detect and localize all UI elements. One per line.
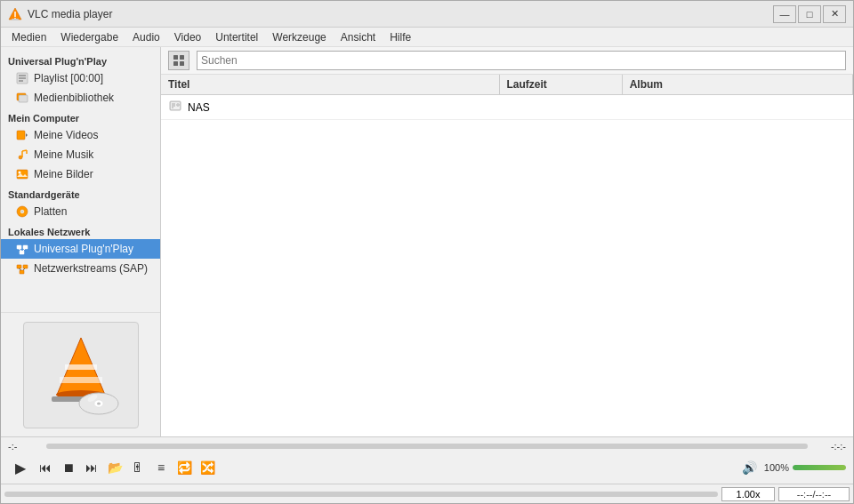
medienbibliothek-label: Medienbibliothek — [34, 92, 114, 104]
menu-untertitel[interactable]: Untertitel — [208, 29, 265, 45]
sidebar-item-musik[interactable]: Meine Musik — [1, 145, 160, 164]
stop-button[interactable]: ⏹ — [58, 457, 79, 478]
section-netzwerk-label: Lokales Netzwerk — [1, 221, 160, 239]
disc-icon — [15, 204, 29, 219]
extended-button[interactable]: 🎚 — [127, 457, 149, 478]
music-icon — [15, 148, 29, 162]
window-title: VLC media player — [28, 8, 773, 20]
random-button[interactable]: 🔀 — [197, 457, 218, 478]
netzwerkstreams-label: Netzwerkstreams (SAP) — [34, 262, 148, 275]
status-progress-bar[interactable] — [4, 492, 718, 497]
speed-display[interactable]: 1.00x — [721, 487, 775, 501]
sidebar-item-bilder[interactable]: Meine Bilder — [1, 164, 160, 184]
menubar: Medien Wiedergabe Audio Video Untertitel… — [1, 28, 853, 47]
svg-line-26 — [23, 249, 25, 251]
playlist-label: Playlist [00:00] — [34, 72, 103, 84]
playlist-view-button[interactable]: ≡ — [150, 457, 172, 478]
table-row[interactable]: NAS — [161, 95, 853, 120]
svg-rect-42 — [180, 55, 184, 60]
app-icon — [8, 7, 22, 21]
nas-icon — [168, 99, 182, 116]
menu-hilfe[interactable]: Hilfe — [383, 29, 418, 45]
svg-rect-27 — [17, 265, 21, 268]
volume-fill — [793, 465, 846, 470]
volume-area: 🔊 100% — [739, 457, 846, 478]
view-toggle-button[interactable] — [168, 51, 189, 70]
playlist-icon — [15, 71, 29, 85]
section-upnp-label: Universal Plug'n'Play — [1, 51, 160, 68]
menu-werkzeuge[interactable]: Werkzeuge — [265, 29, 333, 45]
content-header — [161, 47, 853, 75]
svg-point-51 — [178, 105, 179, 106]
svg-rect-43 — [173, 61, 178, 66]
loop-button[interactable]: 🔁 — [173, 457, 195, 478]
minimize-button[interactable]: — — [773, 5, 796, 23]
svg-line-25 — [19, 249, 21, 251]
window-controls: — □ ✕ — [773, 5, 846, 23]
table-header: Titel Laufzeit Album — [161, 75, 853, 95]
svg-rect-28 — [23, 265, 28, 268]
menu-wiedergabe[interactable]: Wiedergabe — [53, 29, 125, 45]
videos-label: Meine Videos — [34, 129, 99, 141]
time-left-display: -:- — [8, 441, 39, 452]
svg-rect-24 — [20, 251, 24, 254]
sidebar: Universal Plug'n'Play Playlist [00:00] — [1, 47, 161, 436]
volume-bar[interactable] — [793, 465, 846, 470]
row-album-cell — [623, 104, 853, 111]
svg-rect-22 — [17, 245, 21, 249]
search-box[interactable] — [197, 51, 846, 70]
menu-medien[interactable]: Medien — [4, 29, 53, 45]
sidebar-item-upnp[interactable]: Universal Plug'n'Play — [1, 239, 160, 259]
sidebar-item-videos[interactable]: Meine Videos — [1, 125, 160, 145]
search-input[interactable] — [201, 54, 842, 67]
open-button[interactable]: 📂 — [104, 457, 125, 478]
upnp-label: Universal Plug'n'Play — [34, 243, 133, 255]
col-header-album: Album — [623, 75, 853, 94]
sidebar-logo-area — [1, 312, 160, 436]
row-nas-title: NAS — [188, 101, 210, 114]
videos-icon — [15, 128, 29, 142]
svg-rect-10 — [17, 131, 25, 140]
sidebar-item-medienbibliothek[interactable]: Medienbibliothek — [1, 88, 160, 108]
controls-row: ▶ ⏮ ⏹ ⏭ 📂 🎚 ≡ 🔁 🔀 🔊 100% — [1, 452, 853, 484]
col-header-title: Titel — [161, 75, 500, 94]
play-button[interactable]: ▶ — [8, 455, 33, 480]
sidebar-item-playlist[interactable]: Playlist [00:00] — [1, 68, 160, 88]
sidebar-item-netzwerkstreams[interactable]: Netzwerkstreams (SAP) — [1, 259, 160, 278]
time-display-box: --:--/--:-- — [778, 487, 850, 501]
svg-rect-47 — [172, 104, 175, 105]
seek-bar[interactable] — [46, 444, 808, 449]
prev-button[interactable]: ⏮ — [35, 457, 56, 478]
svg-rect-34 — [60, 377, 102, 383]
svg-point-39 — [97, 402, 101, 404]
close-button[interactable]: ✕ — [823, 5, 846, 23]
media-library-icon — [15, 91, 29, 105]
section-computer-label: Mein Computer — [1, 108, 160, 125]
platten-label: Platten — [34, 205, 67, 218]
time-right-display: -:-:- — [815, 441, 846, 452]
next-button[interactable]: ⏭ — [81, 457, 102, 478]
svg-rect-44 — [180, 61, 184, 66]
menu-audio[interactable]: Audio — [125, 29, 167, 45]
network-icon — [15, 261, 29, 276]
content-area: Titel Laufzeit Album — [161, 47, 853, 436]
upnp-icon — [15, 242, 29, 256]
maximize-button[interactable]: □ — [798, 5, 821, 23]
vlc-window: VLC media player — □ ✕ Medien Wiedergabe… — [0, 0, 854, 504]
menu-video[interactable]: Video — [167, 29, 208, 45]
row-title-cell: NAS — [161, 95, 500, 119]
menu-ansicht[interactable]: Ansicht — [334, 29, 383, 45]
statusbar: 1.00x --:--/--:-- — [1, 484, 853, 503]
svg-line-31 — [23, 268, 25, 270]
svg-rect-23 — [23, 245, 28, 249]
bilder-label: Meine Bilder — [34, 168, 93, 180]
svg-line-30 — [19, 268, 21, 270]
sidebar-item-platten[interactable]: Platten — [1, 202, 160, 221]
svg-rect-48 — [172, 106, 175, 107]
svg-rect-41 — [173, 55, 178, 60]
svg-rect-29 — [20, 270, 24, 274]
volume-icon-button[interactable]: 🔊 — [739, 457, 761, 478]
svg-rect-9 — [19, 95, 28, 102]
sidebar-content: Universal Plug'n'Play Playlist [00:00] — [1, 47, 160, 282]
volume-label: 100% — [764, 462, 789, 473]
